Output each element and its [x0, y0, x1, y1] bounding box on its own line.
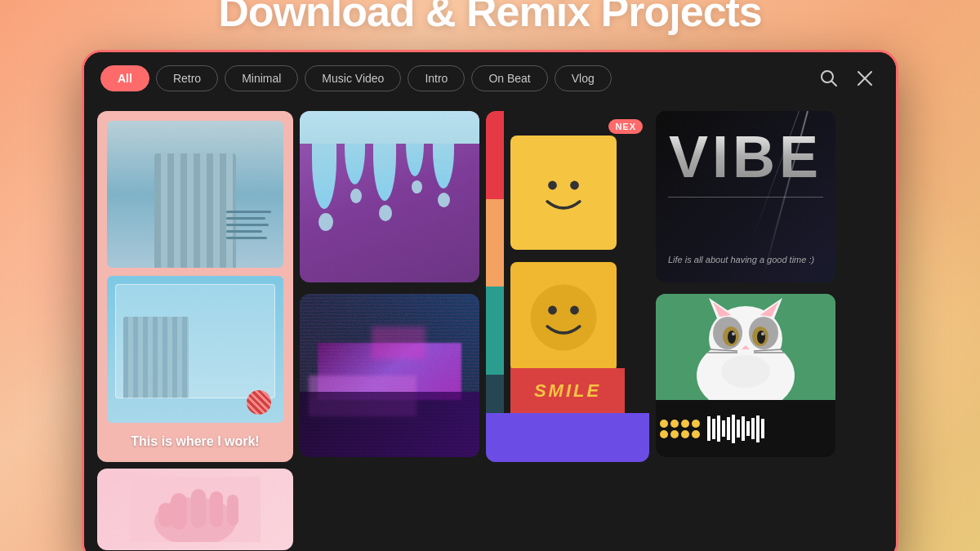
- card-architecture-top: [107, 121, 283, 268]
- card-cat[interactable]: [656, 294, 835, 457]
- new-badge: NEX: [608, 119, 643, 134]
- bar-3: [717, 415, 720, 442]
- bar-12: [761, 419, 764, 438]
- svg-point-28: [713, 317, 742, 349]
- glitch-content: [300, 294, 479, 457]
- purple-bar: [486, 413, 649, 462]
- cat-image-area: [656, 294, 835, 400]
- svg-rect-36: [227, 495, 238, 526]
- svg-point-6: [570, 181, 579, 190]
- close-icon[interactable]: [850, 64, 880, 93]
- wave-lines: [226, 211, 275, 251]
- dot-4: [692, 420, 700, 428]
- svg-line-1: [832, 82, 837, 87]
- filter-bar: All Retro Minimal Music Video Intro On B…: [84, 52, 896, 104]
- filter-all[interactable]: All: [100, 65, 149, 91]
- dot-5: [660, 430, 668, 438]
- vibe-subtitle: Life is all about having a good time :): [668, 254, 823, 266]
- drip-dot-5: [438, 193, 450, 207]
- smiley-card-2: [510, 262, 617, 372]
- vibe-subtitle-text: Life is all about having a good time :): [668, 255, 814, 264]
- bar-5: [727, 417, 730, 440]
- bar-9: [746, 421, 750, 436]
- cat-svg: [656, 294, 835, 400]
- bar-10: [751, 418, 755, 439]
- svg-point-9: [570, 305, 579, 314]
- card-vibe[interactable]: VIBE Life is all about having a good tim…: [656, 111, 835, 282]
- smile-strip: SMILE: [510, 368, 625, 413]
- page-title: Download & Remix Projects: [218, 0, 762, 35]
- smiley-face-2: [527, 281, 600, 354]
- drip-dot-1: [318, 213, 333, 231]
- svg-point-30: [721, 355, 770, 388]
- card-glitch[interactable]: [300, 294, 479, 457]
- card-partial-content: [97, 469, 293, 550]
- bar-7: [737, 420, 740, 438]
- svg-point-8: [548, 305, 557, 314]
- card-circle: [247, 390, 271, 415]
- glitch-color-2: [372, 327, 425, 359]
- smiley-face-1: [527, 156, 600, 229]
- svg-point-4: [531, 160, 597, 226]
- hand-graphic-svg: [130, 477, 261, 542]
- dot-2: [670, 420, 679, 428]
- device-frame: All Retro Minimal Music Video Intro On B…: [82, 50, 898, 551]
- dot-3: [681, 420, 689, 428]
- filter-vlog[interactable]: Vlog: [555, 65, 612, 91]
- drip-dot-2: [350, 189, 362, 203]
- dot-1: [660, 420, 668, 428]
- filter-music-video[interactable]: Music Video: [305, 65, 401, 91]
- drip-container: [300, 111, 479, 282]
- svg-rect-35: [210, 491, 223, 527]
- color-bars-left: [486, 111, 504, 462]
- bar-pattern: [707, 415, 831, 443]
- card-partial[interactable]: [97, 469, 293, 550]
- bar-8: [742, 416, 745, 441]
- smiley-card-1: [510, 136, 617, 250]
- glitch-color-1: [300, 392, 479, 457]
- bar-4: [722, 420, 725, 437]
- smiley-bg: SMILE NEX: [486, 111, 649, 462]
- filter-on-beat[interactable]: On Beat: [471, 65, 547, 91]
- card-architecture-bottom: [107, 276, 283, 423]
- vibe-divider: [668, 197, 823, 198]
- dot-8: [692, 430, 700, 438]
- page-wrapper: Download & Remix Projects All Retro Mini…: [0, 0, 980, 551]
- filter-intro[interactable]: Intro: [408, 65, 465, 91]
- bar-1: [707, 416, 710, 441]
- svg-rect-37: [158, 503, 173, 527]
- svg-point-29: [749, 317, 778, 349]
- bar-2: [712, 419, 715, 439]
- bar-6: [732, 415, 735, 443]
- vibe-title-text: VIBE: [656, 123, 835, 190]
- cat-bottom: [656, 400, 835, 457]
- card-architecture-caption: This is where I work!: [107, 431, 283, 452]
- svg-point-5: [548, 181, 557, 190]
- arch-building: [154, 153, 236, 268]
- card-overlay-rect: [115, 284, 275, 398]
- drip-top-band: [300, 111, 479, 144]
- svg-point-7: [531, 284, 597, 350]
- card-smiley[interactable]: SMILE NEX: [486, 111, 649, 462]
- card-drip[interactable]: [300, 111, 479, 282]
- dot-7: [681, 430, 689, 438]
- filter-minimal[interactable]: Minimal: [225, 65, 298, 91]
- drip-dot-4: [412, 180, 422, 193]
- search-icon[interactable]: [814, 64, 844, 93]
- svg-rect-34: [191, 489, 206, 528]
- dot-6: [670, 430, 679, 438]
- card-architecture[interactable]: This is where I work!: [97, 111, 293, 462]
- bar-11: [756, 415, 760, 442]
- content-grid: This is where I work!: [84, 104, 896, 551]
- drip-dot-3: [379, 205, 392, 221]
- smile-text: SMILE: [534, 380, 601, 402]
- yellow-dots: [660, 420, 705, 438]
- filter-retro[interactable]: Retro: [156, 65, 218, 91]
